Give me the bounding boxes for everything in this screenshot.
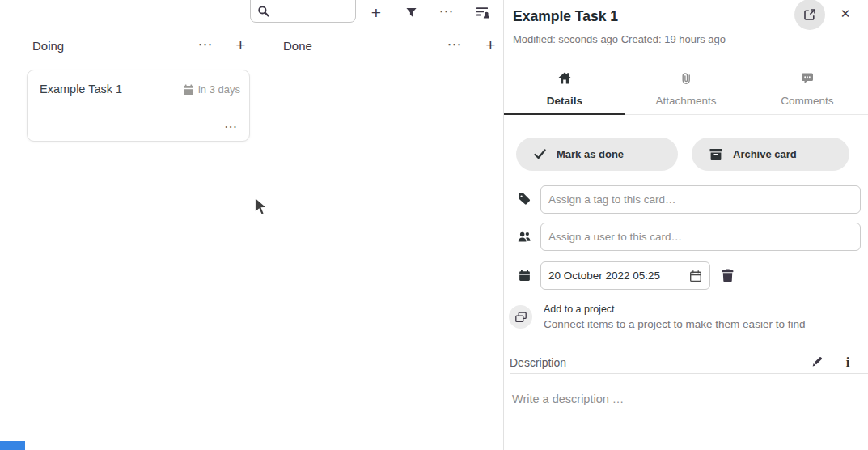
kanban-board: + ⋯ Doing ⋯ + Done ⋯ + Example Task 1: [0, 0, 503, 450]
column-title-doing: Doing: [32, 39, 64, 53]
task-card[interactable]: Example Task 1 in 3 days ⋯: [27, 70, 250, 142]
calendar-icon: [518, 270, 531, 282]
calendar-picker-icon[interactable]: [689, 270, 702, 282]
column-title-done: Done: [283, 39, 312, 53]
description-divider: [510, 373, 868, 374]
search-field[interactable]: [274, 5, 347, 17]
open-in-window-button[interactable]: [794, 0, 825, 30]
done-column-menu-button[interactable]: ⋯: [445, 36, 464, 53]
close-icon: ✕: [840, 6, 851, 21]
tag-icon: [518, 193, 531, 206]
filter-button[interactable]: [403, 4, 419, 20]
tag-row: [504, 185, 868, 214]
add-list-button[interactable]: +: [366, 2, 387, 23]
due-date-field[interactable]: 20 October 2022 05:25: [540, 261, 710, 290]
edit-description-button[interactable]: [810, 354, 824, 369]
description-text-area[interactable]: Write a description …: [512, 393, 624, 405]
due-date-row: 20 October 2022 05:25: [504, 261, 868, 290]
users-icon: [518, 231, 531, 243]
pencil-icon: [811, 355, 824, 368]
mark-as-done-button[interactable]: Mark as done: [516, 138, 678, 171]
tab-comments[interactable]: Comments: [747, 68, 868, 114]
accent-corner-artifact: [0, 441, 25, 450]
archive-card-button[interactable]: Archive card: [692, 138, 849, 171]
search-input[interactable]: [250, 0, 356, 23]
archive-card-label: Archive card: [733, 148, 797, 160]
home-icon: [504, 72, 625, 84]
tab-details-label: Details: [504, 95, 625, 107]
add-to-project-row[interactable]: Add to a project Connect items to a proj…: [504, 303, 868, 332]
board-menu-button[interactable]: ⋯: [437, 2, 456, 20]
checkmark-icon: [534, 149, 546, 159]
close-panel-button[interactable]: ✕: [836, 5, 855, 23]
assign-tag-input[interactable]: [540, 185, 861, 214]
search-icon: [257, 5, 269, 17]
tab-attachments[interactable]: Attachments: [625, 68, 747, 114]
panel-card-title: Example Task 1: [513, 8, 618, 25]
doing-column-menu-button[interactable]: ⋯: [196, 36, 215, 53]
card-title: Example Task 1: [40, 83, 122, 96]
external-link-icon: [803, 8, 816, 21]
archive-icon: [709, 148, 722, 160]
assign-user-input[interactable]: [540, 223, 861, 251]
doing-add-card-button[interactable]: +: [231, 35, 251, 55]
trash-icon: [721, 269, 735, 282]
mark-as-done-label: Mark as done: [557, 148, 624, 160]
card-due-date: in 3 days: [183, 83, 240, 96]
user-row: [504, 223, 868, 251]
info-icon: i: [846, 355, 850, 369]
panel-tabs: Details Attachments Comments: [504, 68, 868, 115]
add-to-project-subtitle: Connect items to a project to make them …: [544, 318, 805, 330]
tab-details[interactable]: Details: [504, 68, 625, 114]
comment-icon: [747, 72, 868, 84]
paperclip-icon: [625, 72, 747, 85]
panel-card-meta: Modified: seconds ago Created: 19 hours …: [513, 33, 726, 45]
mouse-cursor: [253, 196, 270, 219]
add-to-project-title: Add to a project: [544, 304, 615, 315]
tab-attachments-label: Attachments: [625, 95, 747, 107]
sort-list-icon: [476, 6, 490, 19]
card-due-label: in 3 days: [198, 83, 240, 96]
sort-button[interactable]: [474, 4, 492, 20]
remove-due-date-button[interactable]: [719, 267, 735, 283]
calendar-icon: [183, 84, 194, 96]
due-date-value: 20 October 2022 05:25: [548, 270, 660, 282]
kanban-app-window: + ⋯ Doing ⋯ + Done ⋯ + Example Task 1: [0, 0, 868, 450]
tab-comments-label: Comments: [747, 95, 868, 107]
description-label: Description: [510, 356, 566, 369]
card-menu-button[interactable]: ⋯: [224, 121, 238, 134]
card-details-panel: Example Task 1 Modified: seconds ago Cre…: [504, 0, 868, 450]
done-add-card-button[interactable]: +: [481, 35, 501, 55]
filter-icon: [405, 6, 417, 19]
description-info-button[interactable]: i: [840, 354, 855, 369]
projects-icon: [509, 305, 532, 329]
description-section: Description i Write a description …: [504, 354, 868, 450]
